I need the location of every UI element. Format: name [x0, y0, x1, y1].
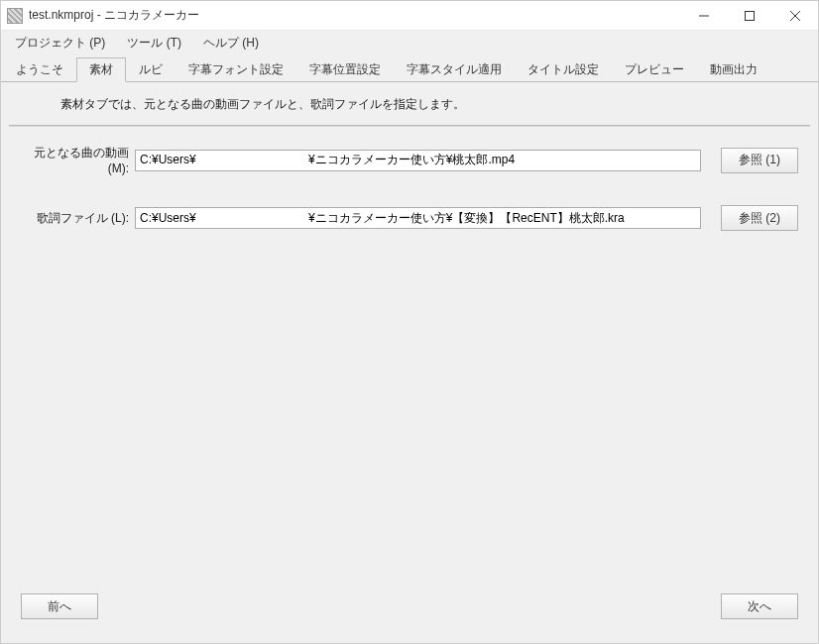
tab-preview[interactable]: プレビュー [612, 57, 697, 82]
next-button[interactable]: 次へ [721, 593, 798, 619]
video-row: 元となる曲の動画 (M): 参照 (1) [1, 145, 818, 175]
nav-buttons: 前へ 次へ [1, 593, 818, 643]
prev-button[interactable]: 前へ [21, 593, 98, 619]
tab-position[interactable]: 字幕位置設定 [296, 57, 394, 82]
menu-tool[interactable]: ツール (T) [117, 32, 191, 54]
lyrics-label: 歌詞ファイル (L): [21, 210, 135, 227]
tab-ruby[interactable]: ルビ [126, 57, 176, 82]
content-area: 素材タブでは、元となる曲の動画ファイルと、歌詞ファイルを指定します。 元となる曲… [1, 82, 818, 643]
divider [9, 125, 810, 127]
tab-style[interactable]: 字幕スタイル適用 [394, 57, 515, 82]
maximize-button[interactable] [727, 1, 772, 30]
app-icon [7, 8, 23, 24]
tab-description: 素材タブでは、元となる曲の動画ファイルと、歌詞ファイルを指定します。 [1, 82, 818, 125]
tab-material[interactable]: 素材 [76, 57, 126, 82]
tab-font[interactable]: 字幕フォント設定 [176, 57, 296, 82]
window-title: test.nkmproj - ニコカラメーカー [29, 7, 199, 24]
menu-help[interactable]: ヘルプ (H) [193, 32, 269, 54]
tab-output[interactable]: 動画出力 [697, 57, 770, 82]
tab-welcome[interactable]: ようこそ [3, 57, 76, 82]
tabstrip: ようこそ 素材 ルビ 字幕フォント設定 字幕位置設定 字幕スタイル適用 タイトル… [1, 54, 818, 82]
menubar: プロジェクト (P) ツール (T) ヘルプ (H) [1, 31, 818, 54]
video-browse-button[interactable]: 参照 (1) [721, 148, 798, 173]
video-path-input[interactable] [135, 150, 701, 171]
svg-rect-1 [746, 11, 755, 20]
lyrics-row: 歌詞ファイル (L): 参照 (2) [1, 205, 818, 231]
lyrics-browse-button[interactable]: 参照 (2) [721, 205, 798, 231]
tab-title[interactable]: タイトル設定 [515, 57, 612, 82]
video-label: 元となる曲の動画 (M): [21, 145, 135, 175]
minimize-button[interactable] [681, 1, 727, 30]
lyrics-path-input[interactable] [135, 207, 701, 229]
titlebar: test.nkmproj - ニコカラメーカー [1, 1, 818, 31]
menu-project[interactable]: プロジェクト (P) [5, 32, 115, 54]
close-button[interactable] [772, 1, 818, 30]
